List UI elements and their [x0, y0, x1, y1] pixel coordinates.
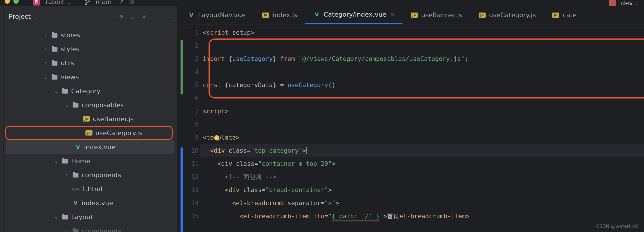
tab-label: Category/index.vue — [323, 11, 386, 18]
more-icon[interactable]: ⋮ — [154, 13, 160, 20]
tree-chevron-icon[interactable]: ⌄ — [54, 158, 59, 164]
watermark: CSDN @waterkid0 — [596, 224, 639, 229]
js-file-icon: JS — [552, 13, 559, 18]
vue-file-icon: V — [188, 12, 195, 18]
tree-item[interactable]: ⌄Category — [4, 84, 177, 98]
editor-tab[interactable]: JScate — [544, 6, 577, 24]
vcs-change-marker[interactable] — [181, 40, 183, 94]
tree-item[interactable]: ›components — [4, 168, 177, 182]
editor-tab[interactable]: VLayoutNav.vue — [180, 6, 254, 24]
tree-item[interactable]: ·Vindex.vue — [4, 196, 177, 210]
select-opened-file-icon[interactable]: ⊕ — [119, 13, 123, 20]
vcs-change-marker[interactable] — [181, 147, 183, 232]
tree-item[interactable]: ⌄Home — [4, 154, 177, 168]
svg-point-0 — [85, 0, 87, 1]
folder-icon — [72, 228, 79, 232]
svg-point-2 — [88, 0, 90, 1]
tree-item-label: index.vue — [84, 143, 116, 151]
folder-icon — [51, 60, 58, 66]
chevron-down-icon[interactable]: ⌄ — [33, 14, 37, 19]
branch-icon — [76, 0, 90, 5]
tree-item-label: styles — [61, 45, 79, 53]
editor-tabs[interactable]: VLayoutNav.vueJSindex.jsVCategory/index.… — [177, 6, 644, 24]
zoom-dot[interactable] — [13, 0, 19, 4]
git-push-icon[interactable]: ↗ — [117, 0, 124, 6]
js-file-icon: JS — [411, 13, 418, 18]
tree-item-label: components — [82, 171, 121, 179]
tree-item[interactable]: ⌄Layout — [4, 210, 177, 224]
js-file-icon: JS — [479, 13, 486, 18]
js-file-icon: JS — [262, 13, 269, 18]
tree-item[interactable]: ⌄views — [4, 70, 177, 84]
close-icon[interactable]: ✕ — [142, 13, 146, 20]
titlebar: R rabbit ⌄ main ↗ ↺ dev ⌄ — [0, 0, 644, 6]
folder-icon — [51, 46, 58, 52]
tree-chevron-icon[interactable]: ⌄ — [54, 214, 59, 220]
tree-chevron-icon[interactable]: › — [64, 228, 69, 232]
tree-item[interactable]: ⌄composables — [4, 98, 177, 112]
tree-item-label: useCategory.js — [95, 129, 142, 137]
chevron-down-icon: ⌄ — [633, 1, 640, 6]
window-traffic-lights — [5, 0, 19, 4]
vue-file-icon: V — [75, 144, 81, 150]
folder-icon — [51, 32, 58, 38]
folder-icon — [51, 74, 58, 80]
tree-item[interactable]: ·Vindex.vue — [6, 140, 174, 154]
tree-item-label: components — [82, 227, 121, 232]
project-tree[interactable]: ›stores›styles›utils⌄views⌄Category⌄comp… — [4, 27, 177, 232]
editor-tab[interactable]: JSindex.js — [254, 6, 306, 24]
tree-item[interactable]: ·JSuseCategory.js — [5, 126, 173, 140]
tree-item-label: useBanner.js — [93, 115, 134, 123]
git-update-icon[interactable]: ↺ — [129, 0, 134, 6]
tab-label: index.js — [273, 11, 298, 19]
tree-chevron-icon[interactable]: › — [43, 46, 48, 52]
tree-item[interactable]: ›utils — [4, 56, 177, 70]
tree-chevron-icon[interactable]: › — [43, 32, 48, 38]
tree-chevron-icon[interactable]: ⌄ — [54, 88, 59, 94]
editor-tab[interactable]: JSuseBanner.js — [402, 6, 470, 24]
hide-icon[interactable]: — — [168, 13, 172, 20]
tree-item[interactable]: ·JSuseBanner.js — [4, 112, 177, 126]
branch-name[interactable]: main — [96, 0, 112, 6]
tree-item-label: 1.html — [82, 185, 102, 193]
tree-item[interactable]: ›components — [4, 224, 177, 232]
tree-item-label: views — [61, 73, 79, 81]
chevron-down-icon: ⌄ — [64, 0, 71, 5]
tool-window-stripe[interactable] — [0, 6, 4, 232]
tree-item-label: Home — [71, 157, 90, 165]
project-tool-title[interactable]: Project — [9, 13, 31, 20]
folder-icon — [62, 158, 68, 164]
code-content[interactable]: <script setup> import {useCategory} from… — [203, 26, 644, 232]
tree-item-label: Layout — [71, 213, 93, 221]
tree-chevron-icon[interactable]: › — [43, 60, 48, 66]
tree-item-label: utils — [61, 59, 74, 67]
minimize-dot[interactable] — [5, 0, 10, 4]
vue-file-icon: V — [72, 200, 79, 206]
editor-tab[interactable]: VCategory/index.vue✕ — [305, 6, 402, 24]
project-badge[interactable]: R — [33, 0, 40, 6]
folder-icon — [72, 102, 79, 108]
html-file-icon: <> — [72, 186, 79, 192]
run-config-icon — [609, 0, 616, 6]
tree-item-label: index.vue — [82, 199, 113, 207]
collapse-all-icon[interactable]: ⌄ — [131, 13, 134, 20]
project-name[interactable]: rabbit ⌄ — [46, 0, 71, 6]
tree-chevron-icon[interactable]: ⌄ — [64, 102, 69, 108]
tab-label: useBanner.js — [421, 11, 462, 19]
project-tool-window: Project ⌄ ⊕ ⌄ ✕ ⋮ — ›stores›styles›utils… — [4, 6, 177, 232]
tree-item-label: Category — [71, 87, 101, 95]
tree-item[interactable]: ›styles — [4, 42, 177, 56]
tree-item[interactable]: ·<>1.html — [4, 182, 177, 196]
vue-file-icon: V — [314, 11, 320, 18]
tree-item[interactable]: ›stores — [4, 28, 177, 42]
svg-point-1 — [85, 3, 87, 5]
folder-icon — [62, 88, 68, 94]
editor-tab[interactable]: JSuseCategory.js — [470, 6, 544, 24]
tab-label: cate — [563, 11, 577, 19]
tree-chevron-icon[interactable]: ⌄ — [43, 74, 48, 80]
tree-chevron-icon[interactable]: › — [64, 172, 69, 178]
project-tool-header: Project ⌄ ⊕ ⌄ ✕ ⋮ — — [4, 6, 177, 27]
intention-bulb-icon[interactable] — [214, 135, 220, 141]
js-file-icon: JS — [85, 130, 92, 136]
close-icon[interactable]: ✕ — [390, 11, 394, 17]
